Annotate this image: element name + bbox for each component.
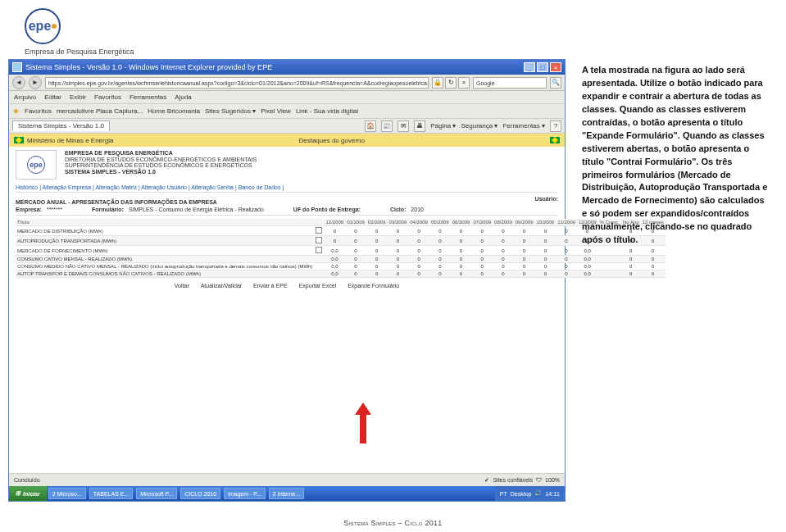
close-button[interactable]: × — [550, 62, 561, 72]
data-cell: 0 — [451, 256, 472, 263]
fav-link-4[interactable]: Pixel View — [261, 107, 291, 115]
feed-icon[interactable]: 📰 — [381, 120, 393, 132]
data-cell: 0 — [471, 263, 493, 271]
page-menu[interactable]: Página ▾ — [430, 122, 456, 130]
data-cell: 0 — [621, 256, 641, 263]
table-col-header: Título — [16, 219, 314, 226]
security-menu[interactable]: Segurança ▾ — [461, 122, 498, 130]
tab-active[interactable]: Sistema Simples - Versão 1.0 — [12, 120, 110, 131]
data-cell: 0 — [514, 256, 535, 263]
page-nav-links[interactable]: Histórico | Alteração Empresa | Alteraçã… — [16, 183, 558, 193]
data-cell — [598, 271, 621, 278]
menu-ajuda[interactable]: Ajuda — [175, 93, 191, 101]
tools-menu[interactable]: Ferramentas ▾ — [502, 122, 545, 130]
data-cell: 0 — [471, 246, 493, 256]
enviar-button[interactable]: Enviar à EPE — [253, 283, 288, 289]
print-button[interactable]: 🖶 — [414, 120, 425, 132]
search-button[interactable]: 🔍 — [550, 77, 561, 89]
data-cell: 0,0 — [324, 256, 345, 263]
zoom-label[interactable]: 100% — [545, 477, 560, 483]
task-item-3[interactable]: Microsoft P... — [136, 488, 177, 499]
table-body: MERCADO DE DISTRIBUIÇÃO (MWh)00000000000… — [16, 226, 666, 278]
windows-taskbar: ⊞ Iniciar 2 Microso... TABELAS E... Micr… — [9, 486, 565, 501]
row-title: MERCADO DE DISTRIBUIÇÃO (MWh) — [16, 226, 314, 236]
clock[interactable]: 14:11 — [545, 491, 560, 497]
expand-checkbox[interactable] — [316, 247, 322, 253]
data-cell: 0 — [366, 263, 388, 271]
menu-favoritos[interactable]: Favoritos — [94, 93, 121, 101]
data-cell — [598, 263, 621, 271]
epe-logo-caption: Empresa de Pesquisa Energética — [25, 48, 134, 56]
fav-link-2[interactable]: Home Bricomania — [148, 107, 200, 115]
data-cell: 0 — [388, 271, 409, 278]
checkbox-cell — [314, 256, 324, 263]
system-tray: PT Desktop 🔊 14:11 — [495, 486, 565, 501]
fav-link-5[interactable]: Link - Sua vida digital — [296, 107, 358, 115]
task-item-4[interactable]: CICLO 2010 — [180, 488, 220, 499]
table-row: CONSUMO MEDIDO NÃO CATIVO MENSAL - REALI… — [16, 263, 666, 271]
data-cell: 0 — [366, 256, 388, 263]
data-cell: 0 — [366, 271, 388, 278]
data-cell: 0 — [514, 271, 535, 278]
destaques-dropdown[interactable]: Destaques do governo — [298, 137, 365, 144]
logo-dot-icon — [52, 24, 57, 29]
epe-logo: epe Empresa de Pesquisa Energética — [25, 8, 134, 56]
empresa-value: ******* — [47, 207, 62, 212]
atualizar-button[interactable]: Atualizar/Validar — [201, 283, 242, 289]
desktop-label[interactable]: Desktop — [511, 491, 532, 497]
exportar-button[interactable]: Exportar Excel — [299, 283, 337, 289]
lock-icon: 🔒 — [432, 77, 443, 89]
task-item-6[interactable]: 2 Interne... — [269, 488, 304, 499]
minimize-button[interactable]: _ — [524, 62, 535, 72]
stop-button[interactable]: × — [458, 77, 470, 89]
menu-editar[interactable]: Editar — [44, 93, 61, 101]
data-cell: 0 — [408, 246, 429, 256]
url-input[interactable]: https://simples.epe.gov.br/agentes/wcfrm… — [45, 77, 429, 89]
table-col-header: 12/2008 — [324, 219, 345, 226]
epe-page-header: epe EMPRESA DE PESQUISA ENERGÉTICA DIRET… — [16, 150, 558, 180]
tray-icon[interactable]: 🔊 — [534, 490, 542, 497]
expand-checkbox[interactable] — [316, 237, 322, 243]
mail-icon[interactable]: ✉ — [398, 120, 409, 132]
formulario-label: Formulário: — [92, 207, 124, 212]
menu-ferramentas[interactable]: Ferramentas — [129, 93, 166, 101]
window-titlebar: Sistema Simples - Versão 1.0 - Windows I… — [9, 60, 565, 75]
favorites-label[interactable]: Favoritos — [25, 107, 52, 115]
task-item-1[interactable]: 2 Microso... — [48, 488, 86, 499]
lang-indicator[interactable]: PT — [500, 491, 507, 497]
search-input[interactable]: Google — [473, 77, 547, 89]
nav-links-text[interactable]: Histórico | Alteração Empresa | Alteraçã… — [16, 184, 284, 190]
epe-small-logo: epe — [16, 150, 57, 180]
data-cell: 0 — [429, 236, 451, 246]
fav-link-1[interactable]: mercadolivre Placa Captura... — [57, 107, 143, 115]
star-icon[interactable]: ★ — [12, 107, 20, 116]
expande-button[interactable]: Expande Formulário — [348, 283, 399, 289]
voltar-button[interactable]: Voltar — [175, 283, 189, 289]
header-line1: EMPRESA DE PESQUISA ENERGÉTICA — [65, 150, 173, 156]
page-content: epe EMPRESA DE PESQUISA ENERGÉTICA DIRET… — [9, 147, 565, 297]
epe-small-logo-text: epe — [27, 156, 45, 174]
protected-mode-icon: 🛡 — [536, 477, 542, 483]
empresa-label: Empresa: — [16, 207, 42, 212]
table-col-header: 03/2009 — [388, 219, 409, 226]
refresh-button[interactable]: ↻ — [445, 77, 457, 89]
fav-link-3[interactable]: Sites Sugeridos ▾ — [205, 107, 256, 115]
task-item-2[interactable]: TABELAS E... — [89, 488, 133, 499]
maximize-button[interactable]: □ — [537, 62, 548, 72]
table-col-header: 01/2009 — [345, 219, 366, 226]
data-cell: 0 — [324, 226, 345, 236]
menu-exibir[interactable]: Exibir — [70, 93, 86, 101]
task-item-5[interactable]: imagem - P... — [224, 488, 266, 499]
home-button[interactable]: 🏠 — [365, 120, 376, 132]
expand-checkbox[interactable] — [316, 227, 322, 234]
start-button[interactable]: ⊞ Iniciar — [9, 486, 47, 501]
table-col-header: 08/2009 — [493, 219, 514, 226]
data-cell: 0 — [556, 271, 577, 278]
forward-button[interactable]: ► — [29, 76, 42, 89]
back-button[interactable]: ◄ — [12, 76, 25, 89]
row-title: MERCADO DE FORNECIMENTO (MWh) — [16, 246, 314, 256]
menu-arquivo[interactable]: Arquivo — [14, 93, 36, 101]
help-icon[interactable]: ? — [550, 120, 561, 132]
data-table: Título12/200801/200902/200903/200904/200… — [16, 219, 666, 278]
table-col-header: 09/2009 — [514, 219, 535, 226]
